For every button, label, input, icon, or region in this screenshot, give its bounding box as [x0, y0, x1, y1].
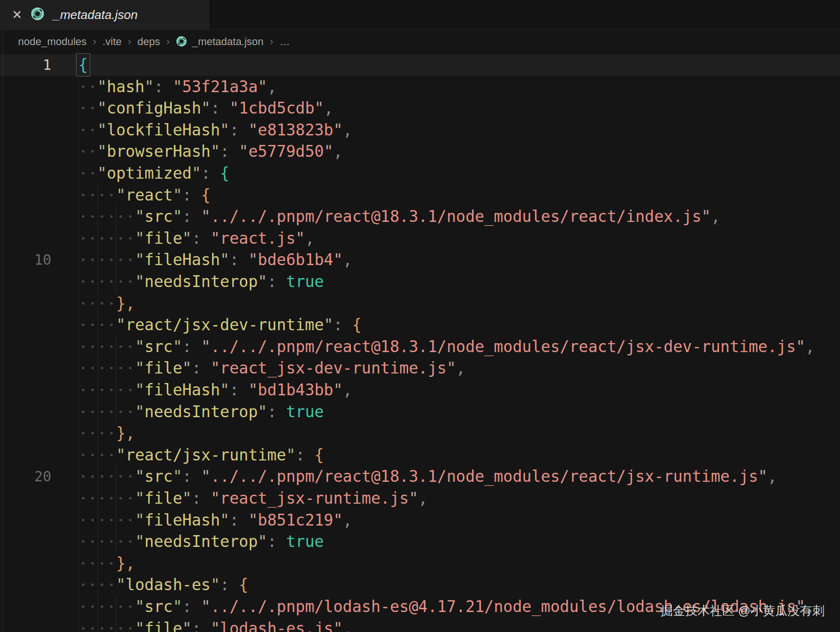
- breadcrumb-separator-icon: ›: [128, 36, 131, 48]
- code-line[interactable]: "file": "lodash-es.js",: [0, 618, 840, 632]
- watermark-text: 掘金技术社区 @小黄瓜没有刺: [660, 603, 825, 619]
- indent-guide: [97, 336, 98, 358]
- code-line[interactable]: "hash": "53f21a3a",: [0, 76, 840, 98]
- indent-guide: [78, 531, 79, 553]
- code-line[interactable]: "src": "../../.pnpm/react@18.3.1/node_mo…: [0, 206, 840, 228]
- code-line[interactable]: },: [0, 293, 840, 315]
- breadcrumb-item-node-modules[interactable]: node_modules: [18, 36, 86, 48]
- indent-guide: [116, 249, 116, 271]
- indent-guide: [78, 509, 79, 531]
- line-number: 10: [0, 249, 51, 271]
- code-line[interactable]: "needsInterop": true: [0, 271, 840, 293]
- indent-guide: [97, 553, 98, 575]
- code-line[interactable]: 1{: [0, 54, 840, 76]
- indent-guide: [78, 76, 79, 98]
- indent-guide: [116, 466, 116, 488]
- indent-guide: [116, 596, 116, 618]
- breadcrumb-item--vite[interactable]: .vite: [103, 36, 122, 48]
- indent-guide: [78, 184, 79, 206]
- indent-guide: [116, 488, 116, 509]
- indent-guide: [78, 596, 79, 618]
- code-line[interactable]: 10 "fileHash": "bde6b1b4",: [0, 249, 840, 271]
- indent-guide: [78, 401, 79, 423]
- code-line[interactable]: "file": "react_jsx-runtime.js",: [0, 488, 840, 509]
- indent-guide: [97, 379, 98, 401]
- code-line[interactable]: "fileHash": "b851c219",: [0, 509, 840, 531]
- indent-guide: [78, 141, 79, 163]
- vite-deps-file-icon: [176, 36, 187, 50]
- code-line[interactable]: "src": "../../.pnpm/react@18.3.1/node_mo…: [0, 336, 840, 358]
- code-line[interactable]: "react/jsx-runtime": {: [0, 444, 840, 466]
- code-line[interactable]: "react/jsx-dev-runtime": {: [0, 314, 840, 336]
- code-line[interactable]: "needsInterop": true: [0, 531, 840, 553]
- tab-title: _metadata.json: [53, 8, 138, 22]
- code-line[interactable]: },: [0, 553, 840, 575]
- indent-guide: [97, 531, 98, 553]
- indent-guide: [116, 531, 116, 553]
- indent-guide: [78, 574, 79, 596]
- code-line[interactable]: "needsInterop": true: [0, 401, 840, 423]
- indent-guide: [78, 336, 79, 358]
- indent-guide: [78, 163, 79, 184]
- indent-guide: [116, 271, 116, 293]
- indent-guide: [97, 466, 98, 488]
- breadcrumb-separator-icon: ›: [166, 36, 170, 48]
- code-line[interactable]: "browserHash": "e5779d50",: [0, 141, 840, 163]
- indent-guide: [116, 401, 116, 423]
- indent-guide: [116, 509, 116, 531]
- indent-guide: [97, 509, 98, 531]
- code-line[interactable]: "file": "react_jsx-dev-runtime.js",: [0, 357, 840, 379]
- indent-guide: [97, 249, 98, 271]
- indent-guide: [78, 293, 79, 315]
- indent-guide: [78, 444, 79, 466]
- line-number: 20: [0, 466, 51, 488]
- indent-guide: [97, 314, 98, 336]
- indent-guide: [78, 249, 79, 271]
- code-line[interactable]: 20 "src": "../../.pnpm/react@18.3.1/node…: [0, 466, 840, 488]
- code-line[interactable]: "optimized": {: [0, 163, 840, 184]
- breadcrumb-item-deps[interactable]: deps: [137, 36, 160, 48]
- vite-deps-file-icon: [30, 7, 45, 23]
- indent-guide: [78, 119, 79, 141]
- indent-guide: [78, 206, 79, 228]
- indent-guide: [97, 488, 98, 509]
- tab-bar: ✕ _metadata.json: [0, 0, 840, 30]
- code-line[interactable]: "lodash-es": {: [0, 574, 840, 596]
- indent-guide: [78, 618, 79, 632]
- code-line[interactable]: },: [0, 422, 840, 444]
- code-line[interactable]: "configHash": "1cbd5cdb",: [0, 97, 840, 119]
- indent-guide: [78, 97, 79, 119]
- tab-metadata-json[interactable]: ✕ _metadata.json: [0, 0, 210, 29]
- indent-guide: [97, 401, 98, 423]
- indent-guide: [78, 422, 79, 444]
- indent-guide: [97, 357, 98, 379]
- code-editor[interactable]: 1{ "hash": "53f21a3a", "configHash": "1c…: [0, 54, 840, 632]
- line-number: 1: [0, 54, 51, 76]
- indent-guide: [116, 357, 116, 379]
- indent-guide: [116, 618, 116, 632]
- breadcrumb-item--metadata-json[interactable]: _metadata.json: [192, 36, 263, 48]
- indent-guide: [97, 228, 98, 249]
- indent-guide: [97, 422, 98, 444]
- indent-guide: [97, 293, 98, 315]
- indent-guide: [78, 357, 79, 379]
- code-line[interactable]: "lockfileHash": "e813823b",: [0, 119, 840, 141]
- indent-guide: [78, 488, 79, 509]
- breadcrumb: node_modules›.vite›deps›_metadata.json›…: [0, 29, 840, 54]
- code-line[interactable]: "fileHash": "bd1b43bb",: [0, 379, 840, 401]
- indent-guide: [78, 228, 79, 249]
- code-line[interactable]: "file": "react.js",: [0, 228, 840, 249]
- indent-guide: [116, 336, 116, 358]
- breadcrumb-separator-icon: ›: [270, 36, 273, 48]
- indent-guide: [97, 271, 98, 293]
- code-line[interactable]: "react": {: [0, 184, 840, 206]
- indent-guide: [78, 553, 79, 575]
- indent-guide: [116, 228, 116, 249]
- indent-guide: [78, 314, 79, 336]
- indent-guide: [116, 206, 116, 228]
- indent-guide: [97, 618, 98, 632]
- close-icon[interactable]: ✕: [11, 9, 23, 20]
- indent-guide: [97, 574, 98, 596]
- indent-guide: [78, 466, 79, 488]
- breadcrumb-item--[interactable]: …: [279, 36, 290, 48]
